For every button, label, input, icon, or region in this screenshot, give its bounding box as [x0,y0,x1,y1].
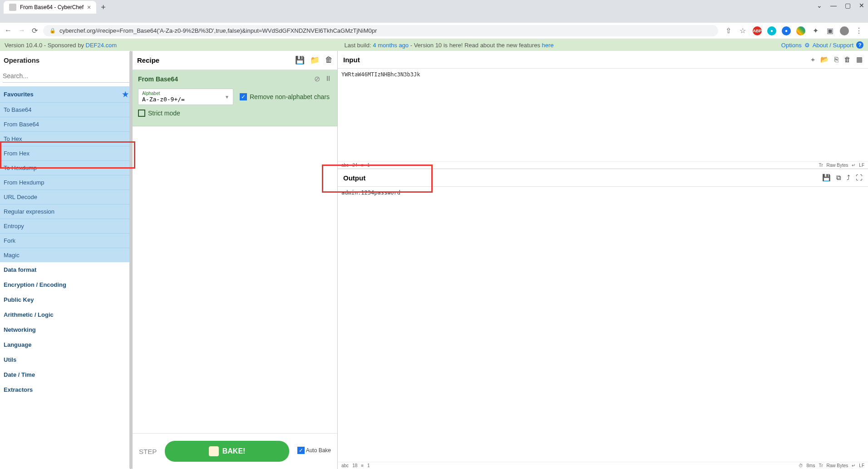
extensions-icon[interactable]: ✦ [811,26,820,35]
sponsored-text: Sponsored by [48,42,86,49]
output-time: 8ms [807,463,815,468]
op-from-hex[interactable]: From Hex [0,146,132,160]
extension-icon-3[interactable] [796,26,805,35]
disable-op-icon[interactable]: ⊘ [314,75,320,83]
bookmark-icon[interactable]: ☆ [738,26,747,35]
save-output-icon[interactable]: 💾 [822,174,831,182]
cat-data-format[interactable]: Data format [0,262,132,277]
input-eol-icon[interactable]: ↵ [852,163,855,168]
build-link[interactable]: 4 months ago [373,42,409,49]
sponsor-link[interactable]: DEF24.com [86,42,117,49]
input-raw-bytes[interactable]: Raw Bytes [827,163,848,168]
alphabet-select[interactable]: Alphabet A-Za-z0-9+/= ▼ [138,89,233,105]
op-to-hex[interactable]: To Hex [0,131,132,146]
bake-button[interactable]: BAKE! [165,441,289,462]
step-button[interactable]: STEP [139,448,157,455]
input-textarea[interactable]: YWRtaW46MTIzNHBhc3N3b3Jk [338,69,868,161]
output-line-count: 1 [367,463,370,468]
close-window-icon[interactable]: ✕ [859,2,864,9]
input-char-count: 24 [352,163,357,168]
build-prefix: Last build: [344,42,373,49]
minimize-icon[interactable]: — [830,2,837,9]
clear-input-icon[interactable]: 🗑 [844,55,851,64]
cat-utils[interactable]: Utils [0,352,132,367]
extension-icon-2[interactable]: ● [782,26,791,35]
browser-tab[interactable]: From Base64 - CyberChef × [4,1,96,14]
input-line-count: 1 [367,163,370,168]
forward-button[interactable]: → [18,26,25,35]
save-recipe-icon[interactable]: 💾 [295,55,305,65]
auto-bake-checkbox[interactable]: ✓ [297,447,305,454]
recipe-op-from-base64[interactable]: From Base64 ⊘ ⏸ Alphabet A-Za-z0-9+/= ▼ … [133,70,337,126]
gear-icon[interactable]: ⚙ [804,42,810,49]
load-recipe-icon[interactable]: 📁 [310,55,320,65]
close-tab-icon[interactable]: × [87,4,91,11]
output-title: Output [343,174,822,182]
op-url-decode[interactable]: URL Decode [0,190,132,204]
maximize-icon[interactable]: ▢ [845,2,851,9]
clear-recipe-icon[interactable]: 🗑 [325,55,333,65]
favourites-header[interactable]: Favourites ★ [0,86,132,102]
help-icon[interactable]: ? [856,41,863,49]
op-to-base64[interactable]: To Base64 [0,102,132,117]
remove-non-alpha-checkbox[interactable]: ✓ [240,93,247,100]
op-fork[interactable]: Fork [0,233,132,248]
operations-title: Operations [0,51,132,70]
output-lf[interactable]: LF [859,463,864,468]
input-line-icon: ≡ [361,163,364,168]
search-input[interactable] [3,70,129,83]
sidepanel-icon[interactable]: ▣ [825,26,834,35]
input-encoding-icon[interactable]: Tr [819,163,823,168]
open-folder-icon[interactable]: 📂 [820,55,829,64]
output-content[interactable]: admin:1234password [338,187,868,462]
cat-encryption[interactable]: Encryption / Encoding [0,277,132,292]
version-text: Version 10.4.0 - [5,42,48,49]
cat-public-key[interactable]: Public Key [0,292,132,307]
address-bar[interactable]: 🔒 cyberchef.org/#recipe=From_Base64('A-Z… [43,25,718,36]
strict-mode-checkbox[interactable] [138,110,145,117]
alphabet-value: A-Za-z0-9+/= [142,96,229,103]
add-input-tab-icon[interactable]: + [811,55,815,64]
output-raw-bytes[interactable]: Raw Bytes [827,463,848,468]
op-from-base64[interactable]: From Base64 [0,117,132,131]
menu-icon[interactable]: ⋮ [854,26,863,35]
output-encoding-icon[interactable]: Tr [819,463,823,468]
input-title: Input [343,56,811,64]
output-eol-icon[interactable]: ↵ [852,463,855,468]
extension-icon-1[interactable]: ● [767,26,776,35]
remove-non-alpha-label: Remove non-alphabet chars [250,93,330,100]
move-output-icon[interactable]: ⤴ [847,174,850,182]
auto-bake-label: Auto Bake [306,447,331,454]
recipe-op-name: From Base64 [138,75,178,83]
reset-layout-icon[interactable]: ▦ [856,55,863,64]
profile-avatar[interactable] [840,26,849,35]
cat-extractors[interactable]: Extractors [0,382,132,397]
reload-button[interactable]: ⟳ [32,26,38,35]
output-char-icon: abc [341,463,349,468]
scrollbar[interactable] [129,51,132,469]
pause-op-icon[interactable]: ⏸ [325,75,332,83]
op-from-hexdump[interactable]: From Hexdump [0,175,132,190]
about-link[interactable]: About / Support [813,42,853,49]
input-char-icon: abc [341,163,349,168]
input-lf[interactable]: LF [859,163,864,168]
maximize-output-icon[interactable]: ⛶ [856,174,863,182]
copy-output-icon[interactable]: ⧉ [836,174,841,182]
op-magic[interactable]: Magic [0,248,132,262]
open-file-icon[interactable]: ⎘ [834,55,838,64]
cat-networking[interactable]: Networking [0,322,132,337]
cat-language[interactable]: Language [0,337,132,352]
chevron-down-icon[interactable]: ⌄ [817,2,822,9]
op-to-hexdump[interactable]: To Hexdump [0,160,132,175]
op-entropy[interactable]: Entropy [0,219,132,233]
share-icon[interactable]: ⇧ [724,26,733,35]
extension-abp-icon[interactable]: ABP [753,26,762,35]
cat-arithmetic[interactable]: Arithmetic / Logic [0,307,132,322]
options-link[interactable]: Options [781,42,802,49]
back-button[interactable]: ← [5,26,12,35]
recipe-title: Recipe [137,56,295,64]
features-link[interactable]: here [542,42,554,49]
cat-datetime[interactable]: Date / Time [0,367,132,382]
new-tab-button[interactable]: + [101,3,106,12]
op-regex[interactable]: Regular expression [0,204,132,219]
